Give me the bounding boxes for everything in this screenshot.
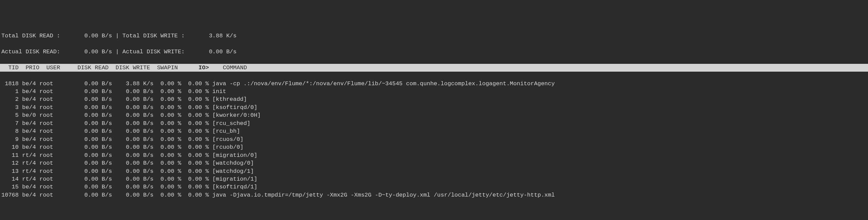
process-row[interactable]: 5 be/0root0.00 B/s0.00 B/s0.00 %0.00 %[k… [0,111,868,119]
process-user: root [39,104,71,111]
process-tid: 5 [1,111,19,119]
process-tid: 9 [1,135,19,143]
header-prio[interactable]: PRIO [25,65,39,71]
process-disk-write: 3.88 K/s [112,80,153,88]
process-swapin: 0.00 % [154,127,181,135]
process-tid: 1818 [1,80,19,88]
column-header-row[interactable]: TID PRIO USER DISK READ DISK WRITE SWAPI… [0,64,868,72]
process-disk-read: 0.00 B/s [71,120,112,127]
process-row[interactable]: 1 be/4root0.00 B/s0.00 B/s0.00 %0.00 %in… [0,88,868,95]
process-disk-read: 0.00 B/s [71,151,112,159]
process-swapin: 0.00 % [154,95,181,103]
total-disk-read-value: 0.00 B/s [84,33,112,39]
actual-disk-read-label: Actual DISK READ: [1,49,60,55]
process-io: 0.00 % [181,135,209,143]
process-tid: 1 [1,88,19,95]
total-disk-read-label: Total DISK READ : [1,33,60,39]
process-disk-write: 0.00 B/s [112,95,153,103]
process-row[interactable]: 3 be/4root0.00 B/s0.00 B/s0.00 %0.00 %[k… [0,104,868,111]
process-user: root [39,88,71,95]
process-user: root [39,151,71,159]
process-prio: rt/4 [22,151,39,159]
summary-actual-line: Actual DISK READ: 0.00 B/s | Actual DISK… [0,48,868,56]
header-tid[interactable]: TID [8,65,19,71]
process-swapin: 0.00 % [154,120,181,127]
header-user[interactable]: USER [46,65,60,71]
process-list: 1818 be/4root0.00 B/s3.88 K/s0.00 %0.00 … [0,80,868,199]
process-user: root [39,175,71,183]
process-swapin: 0.00 % [154,88,181,95]
header-disk-write[interactable]: DISK WRITE [116,65,150,71]
process-io: 0.00 % [181,127,209,135]
process-command: [rcuos/0] [209,135,243,143]
process-swapin: 0.00 % [154,175,181,183]
process-io: 0.00 % [181,111,209,119]
process-row[interactable]: 10 be/4root0.00 B/s0.00 B/s0.00 %0.00 %[… [0,143,868,151]
header-swapin[interactable]: SWAPIN [157,65,178,71]
process-swapin: 0.00 % [154,104,181,111]
process-io: 0.00 % [181,159,209,167]
header-disk-read[interactable]: DISK READ [77,65,108,71]
process-swapin: 0.00 % [154,135,181,143]
process-tid: 2 [1,95,19,103]
process-command: [migration/0] [209,151,257,159]
process-swapin: 0.00 % [154,183,181,191]
process-command: [rcu_bh] [209,127,240,135]
process-command: [ksoftirqd/1] [209,183,257,191]
process-tid: 10 [1,143,19,151]
process-disk-write: 0.00 B/s [112,191,153,199]
process-prio: be/4 [22,95,39,103]
process-command: java -cp .:/nova/env/Flume/*:/nova/env/F… [209,80,555,88]
process-disk-read: 0.00 B/s [71,167,112,175]
process-tid: 10768 [1,191,19,199]
process-user: root [39,95,71,103]
header-command[interactable]: COMMAND [223,65,247,71]
process-user: root [39,111,71,119]
process-disk-read: 0.00 B/s [71,95,112,103]
process-row[interactable]: 11 rt/4root0.00 B/s0.00 B/s0.00 %0.00 %[… [0,151,868,159]
process-row[interactable]: 10768 be/4root0.00 B/s0.00 B/s0.00 %0.00… [0,191,868,199]
process-row[interactable]: 14 rt/4root0.00 B/s0.00 B/s0.00 %0.00 %[… [0,175,868,183]
process-disk-write: 0.00 B/s [112,151,153,159]
process-row[interactable]: 2 be/4root0.00 B/s0.00 B/s0.00 %0.00 %[k… [0,95,868,103]
process-disk-read: 0.00 B/s [71,104,112,111]
process-command: [kthreadd] [209,95,247,103]
process-swapin: 0.00 % [154,167,181,175]
process-io: 0.00 % [181,175,209,183]
process-row[interactable]: 15 be/4root0.00 B/s0.00 B/s0.00 %0.00 %[… [0,183,868,191]
process-user: root [39,80,71,88]
process-io: 0.00 % [181,120,209,127]
process-command: init [209,88,226,95]
process-command: [watchdog/0] [209,159,254,167]
process-user: root [39,183,71,191]
process-row[interactable]: 7 be/4root0.00 B/s0.00 B/s0.00 %0.00 %[r… [0,120,868,127]
process-user: root [39,191,71,199]
process-prio: be/0 [22,111,39,119]
process-disk-read: 0.00 B/s [71,127,112,135]
process-prio: be/4 [22,88,39,95]
process-row[interactable]: 13 rt/4root0.00 B/s0.00 B/s0.00 %0.00 %[… [0,167,868,175]
process-disk-read: 0.00 B/s [71,111,112,119]
process-prio: be/4 [22,104,39,111]
process-prio: be/4 [22,143,39,151]
process-tid: 8 [1,127,19,135]
total-disk-write-value: 3.88 K/s [209,33,237,39]
process-command: [ksoftirqd/0] [209,104,257,111]
process-disk-write: 0.00 B/s [112,143,153,151]
process-row[interactable]: 12 rt/4root0.00 B/s0.00 B/s0.00 %0.00 %[… [0,159,868,167]
header-io[interactable]: IO> [199,65,209,71]
process-tid: 13 [1,167,19,175]
actual-disk-write-value: 0.00 B/s [209,49,237,55]
process-disk-write: 0.00 B/s [112,167,153,175]
process-disk-write: 0.00 B/s [112,127,153,135]
process-disk-write: 0.00 B/s [112,159,153,167]
process-user: root [39,135,71,143]
process-row[interactable]: 1818 be/4root0.00 B/s3.88 K/s0.00 %0.00 … [0,80,868,88]
process-row[interactable]: 9 be/4root0.00 B/s0.00 B/s0.00 %0.00 %[r… [0,135,868,143]
process-disk-read: 0.00 B/s [71,159,112,167]
process-disk-read: 0.00 B/s [71,191,112,199]
process-swapin: 0.00 % [154,159,181,167]
process-io: 0.00 % [181,167,209,175]
process-disk-write: 0.00 B/s [112,88,153,95]
process-row[interactable]: 8 be/4root0.00 B/s0.00 B/s0.00 %0.00 %[r… [0,127,868,135]
